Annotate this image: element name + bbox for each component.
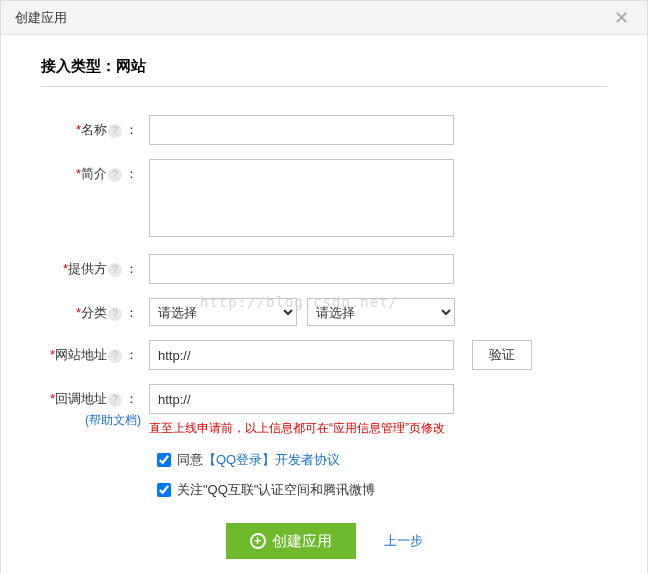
modal-header: 创建应用 ✕	[1, 1, 647, 35]
modal-body: 接入类型：网站 http://blog.csdn.net/ *名称?： *简介?…	[1, 35, 647, 573]
provider-input[interactable]	[149, 254, 454, 284]
actions: + 创建应用 上一步	[41, 523, 607, 559]
hint-text: 直至上线申请前，以上信息都可在“应用信息管理”页修改	[149, 420, 607, 437]
help-icon[interactable]: ?	[108, 393, 122, 407]
row-callback-url: *回调地址?： (帮助文档) 直至上线申请前，以上信息都可在“应用信息管理”页修…	[41, 384, 607, 437]
create-app-modal: 创建应用 ✕ 接入类型：网站 http://blog.csdn.net/ *名称…	[0, 0, 648, 573]
label-provider: *提供方?：	[41, 254, 149, 278]
help-icon[interactable]: ?	[108, 124, 122, 138]
section-title: 接入类型：网站	[41, 57, 607, 87]
prev-step-link[interactable]: 上一步	[384, 532, 423, 550]
category-select-2[interactable]: 请选择	[307, 298, 455, 326]
site-url-input[interactable]	[149, 340, 454, 370]
agreement-link[interactable]: 【QQ登录】开发者协议	[203, 452, 340, 467]
agree-checkbox[interactable]	[157, 453, 171, 467]
label-site-url: *网站地址?：	[41, 340, 149, 364]
label-name: *名称?：	[41, 115, 149, 139]
row-agree: 同意【QQ登录】开发者协议	[157, 451, 607, 469]
help-icon[interactable]: ?	[108, 168, 122, 182]
help-icon[interactable]: ?	[108, 307, 122, 321]
label-intro: *简介?：	[41, 159, 149, 183]
callback-url-input[interactable]	[149, 384, 454, 414]
row-follow: 关注"QQ互联"认证空间和腾讯微博	[157, 481, 607, 499]
row-site-url: *网站地址?： 验证	[41, 340, 607, 370]
plus-icon: +	[250, 533, 266, 549]
name-input[interactable]	[149, 115, 454, 145]
verify-button[interactable]: 验证	[472, 340, 532, 370]
label-callback-url: *回调地址?： (帮助文档)	[41, 384, 149, 429]
modal-title: 创建应用	[15, 9, 67, 27]
close-icon[interactable]: ✕	[610, 7, 633, 29]
category-select-1[interactable]: 请选择	[149, 298, 297, 326]
row-provider: *提供方?：	[41, 254, 607, 284]
follow-label: 关注"QQ互联"认证空间和腾讯微博	[177, 481, 375, 499]
intro-textarea[interactable]	[149, 159, 454, 237]
help-icon[interactable]: ?	[108, 263, 122, 277]
row-category: *分类?： 请选择 请选择	[41, 298, 607, 326]
row-intro: *简介?：	[41, 159, 607, 240]
label-category: *分类?：	[41, 298, 149, 322]
create-app-button[interactable]: + 创建应用	[226, 523, 356, 559]
help-doc-link[interactable]: (帮助文档)	[41, 412, 141, 429]
row-name: *名称?：	[41, 115, 607, 145]
follow-checkbox[interactable]	[157, 483, 171, 497]
help-icon[interactable]: ?	[108, 349, 122, 363]
